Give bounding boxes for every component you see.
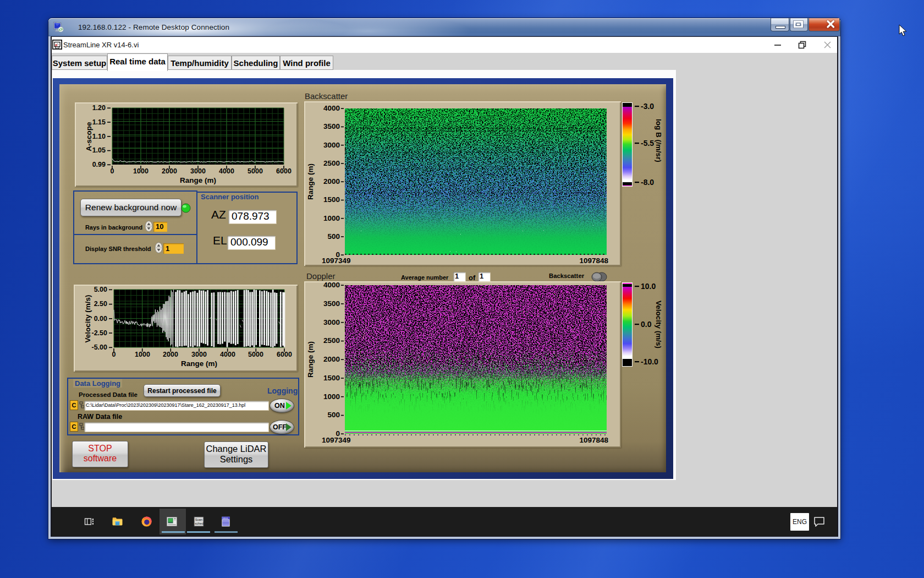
svg-text:1097349: 1097349 <box>322 257 351 265</box>
svg-text:2000: 2000 <box>163 351 178 358</box>
svg-text:Range (m): Range (m) <box>306 341 315 378</box>
svg-text:WEEK: WEEK <box>222 517 229 520</box>
svg-text:3500: 3500 <box>323 299 340 308</box>
svg-text:1000: 1000 <box>323 214 340 222</box>
svg-text:1097349: 1097349 <box>322 436 351 444</box>
svg-text:1500: 1500 <box>323 374 340 382</box>
svg-text:2500: 2500 <box>323 159 340 167</box>
svg-text:1.05: 1.05 <box>92 146 106 154</box>
svg-text:10.0: 10.0 <box>641 282 656 291</box>
svg-text:Range (m): Range (m) <box>306 163 315 200</box>
svg-text:2000: 2000 <box>323 355 340 363</box>
svg-text:3000: 3000 <box>191 351 207 358</box>
svg-text:-5.5: -5.5 <box>641 139 654 148</box>
svg-text:-8.0: -8.0 <box>641 178 654 187</box>
svg-text:1000: 1000 <box>133 167 148 175</box>
svg-text:Velocity (m/s): Velocity (m/s) <box>84 295 92 342</box>
svg-text:1097848: 1097848 <box>579 436 608 444</box>
svg-text:3000: 3000 <box>323 141 340 149</box>
svg-text:Range (m): Range (m) <box>181 359 217 368</box>
svg-text:3000: 3000 <box>190 167 206 175</box>
svg-text:-3.0: -3.0 <box>641 102 654 111</box>
svg-text:1500: 1500 <box>323 195 340 204</box>
svg-text:6000: 6000 <box>277 351 292 358</box>
svg-text:5.00: 5.00 <box>94 286 107 293</box>
svg-text:0.00: 0.00 <box>94 315 107 323</box>
svg-text:Range (m): Range (m) <box>180 176 216 184</box>
svg-text:Scan: Scan <box>195 518 202 521</box>
svg-text:-2.50: -2.50 <box>92 329 108 337</box>
svg-text:500: 500 <box>327 232 340 241</box>
svg-text:0.0: 0.0 <box>641 320 652 329</box>
svg-text:0: 0 <box>111 167 114 175</box>
svg-text:0.99: 0.99 <box>92 161 106 168</box>
svg-text:2.50: 2.50 <box>94 300 107 308</box>
svg-text:1.10: 1.10 <box>92 133 106 140</box>
svg-text:4000: 4000 <box>219 167 234 175</box>
svg-text:5000: 5000 <box>248 167 263 175</box>
svg-text:3000: 3000 <box>323 318 340 326</box>
svg-text:2000: 2000 <box>162 167 177 175</box>
svg-text:4000: 4000 <box>323 281 340 289</box>
svg-text:1097848: 1097848 <box>579 257 608 265</box>
svg-text:sched: sched <box>195 522 204 525</box>
svg-text:4000: 4000 <box>220 351 235 358</box>
svg-text:2500: 2500 <box>323 336 340 345</box>
svg-text:1000: 1000 <box>135 351 150 358</box>
svg-text:2000: 2000 <box>323 177 340 186</box>
svg-text:1.20: 1.20 <box>92 104 106 112</box>
svg-text:-5.00: -5.00 <box>92 343 108 351</box>
svg-text:6000: 6000 <box>276 167 292 175</box>
svg-text:1.15: 1.15 <box>92 118 106 126</box>
svg-text:1000: 1000 <box>323 392 340 401</box>
svg-text:0: 0 <box>112 351 116 358</box>
svg-text:3500: 3500 <box>323 122 340 130</box>
svg-text:4000: 4000 <box>323 104 340 112</box>
svg-text:500: 500 <box>327 411 340 419</box>
svg-text:5000: 5000 <box>248 351 263 358</box>
svg-text:A-scope: A-scope <box>85 122 93 151</box>
